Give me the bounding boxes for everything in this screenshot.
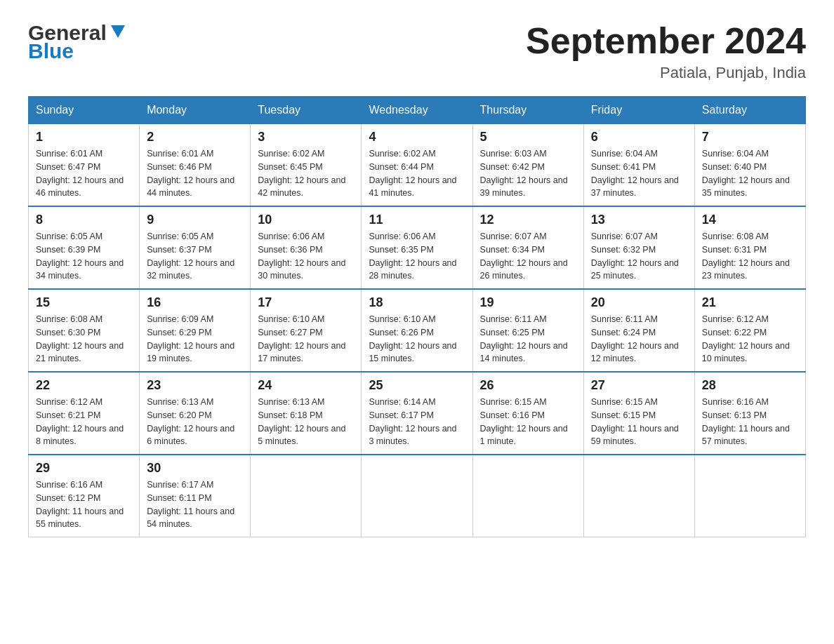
calendar-cell: 13Sunrise: 6:07 AMSunset: 6:32 PMDayligh… [583, 206, 694, 289]
day-info: Sunrise: 6:06 AMSunset: 6:35 PMDaylight:… [369, 230, 465, 283]
calendar-cell: 23Sunrise: 6:13 AMSunset: 6:20 PMDayligh… [140, 372, 251, 455]
day-number: 11 [369, 213, 465, 227]
day-info: Sunrise: 6:07 AMSunset: 6:32 PMDaylight:… [591, 230, 687, 283]
calendar-cell: 16Sunrise: 6:09 AMSunset: 6:29 PMDayligh… [140, 289, 251, 372]
day-number: 24 [258, 378, 354, 393]
day-number: 14 [702, 213, 798, 227]
logo-triangle-icon [108, 21, 128, 41]
day-number: 19 [480, 295, 576, 310]
calendar-cell: 20Sunrise: 6:11 AMSunset: 6:24 PMDayligh… [583, 289, 694, 372]
calendar-table: Sunday Monday Tuesday Wednesday Thursday… [28, 96, 806, 537]
header-saturday: Saturday [694, 97, 805, 124]
calendar-cell [472, 455, 583, 537]
calendar-header-row: Sunday Monday Tuesday Wednesday Thursday… [29, 97, 806, 124]
day-number: 21 [702, 295, 798, 310]
day-number: 16 [147, 295, 243, 310]
day-number: 2 [147, 130, 243, 145]
day-number: 5 [480, 130, 576, 145]
day-info: Sunrise: 6:09 AMSunset: 6:29 PMDaylight:… [147, 313, 243, 365]
calendar-cell: 9Sunrise: 6:05 AMSunset: 6:37 PMDaylight… [140, 206, 251, 289]
day-info: Sunrise: 6:04 AMSunset: 6:41 PMDaylight:… [591, 147, 687, 200]
calendar-cell: 12Sunrise: 6:07 AMSunset: 6:34 PMDayligh… [472, 206, 583, 289]
calendar-cell: 24Sunrise: 6:13 AMSunset: 6:18 PMDayligh… [251, 372, 362, 455]
calendar-cell: 4Sunrise: 6:02 AMSunset: 6:44 PMDaylight… [362, 124, 472, 207]
day-info: Sunrise: 6:13 AMSunset: 6:20 PMDaylight:… [147, 396, 243, 448]
calendar-cell: 29Sunrise: 6:16 AMSunset: 6:12 PMDayligh… [29, 455, 140, 537]
header-monday: Monday [140, 97, 251, 124]
day-number: 17 [258, 295, 354, 310]
day-info: Sunrise: 6:12 AMSunset: 6:21 PMDaylight:… [36, 396, 132, 448]
header-wednesday: Wednesday [362, 97, 472, 124]
day-info: Sunrise: 6:05 AMSunset: 6:37 PMDaylight:… [147, 230, 243, 283]
day-number: 9 [147, 213, 243, 227]
day-info: Sunrise: 6:07 AMSunset: 6:34 PMDaylight:… [480, 230, 576, 283]
day-number: 6 [591, 130, 687, 145]
day-info: Sunrise: 6:14 AMSunset: 6:17 PMDaylight:… [369, 396, 465, 448]
day-info: Sunrise: 6:06 AMSunset: 6:36 PMDaylight:… [258, 230, 354, 283]
day-info: Sunrise: 6:05 AMSunset: 6:39 PMDaylight:… [36, 230, 132, 283]
day-number: 13 [591, 213, 687, 227]
calendar-cell: 30Sunrise: 6:17 AMSunset: 6:11 PMDayligh… [140, 455, 251, 537]
calendar-week-5: 29Sunrise: 6:16 AMSunset: 6:12 PMDayligh… [29, 455, 806, 537]
day-info: Sunrise: 6:01 AMSunset: 6:46 PMDaylight:… [147, 147, 243, 200]
day-info: Sunrise: 6:02 AMSunset: 6:45 PMDaylight:… [258, 147, 354, 200]
day-info: Sunrise: 6:15 AMSunset: 6:16 PMDaylight:… [480, 396, 576, 448]
day-number: 3 [258, 130, 354, 145]
header-tuesday: Tuesday [251, 97, 362, 124]
day-number: 10 [258, 213, 354, 227]
calendar-week-2: 8Sunrise: 6:05 AMSunset: 6:39 PMDaylight… [29, 206, 806, 289]
calendar-cell: 28Sunrise: 6:16 AMSunset: 6:13 PMDayligh… [694, 372, 805, 455]
day-number: 26 [480, 378, 576, 393]
calendar-cell [251, 455, 362, 537]
month-title: September 2024 [526, 21, 806, 61]
day-info: Sunrise: 6:13 AMSunset: 6:18 PMDaylight:… [258, 396, 354, 448]
day-number: 22 [36, 378, 132, 393]
day-number: 1 [36, 130, 132, 145]
calendar-cell: 18Sunrise: 6:10 AMSunset: 6:26 PMDayligh… [362, 289, 472, 372]
calendar-cell: 25Sunrise: 6:14 AMSunset: 6:17 PMDayligh… [362, 372, 472, 455]
calendar-cell: 27Sunrise: 6:15 AMSunset: 6:15 PMDayligh… [583, 372, 694, 455]
day-number: 23 [147, 378, 243, 393]
calendar-cell: 26Sunrise: 6:15 AMSunset: 6:16 PMDayligh… [472, 372, 583, 455]
calendar-cell: 15Sunrise: 6:08 AMSunset: 6:30 PMDayligh… [29, 289, 140, 372]
calendar-cell: 3Sunrise: 6:02 AMSunset: 6:45 PMDaylight… [251, 124, 362, 207]
day-number: 27 [591, 378, 687, 393]
day-number: 28 [702, 378, 798, 393]
calendar-cell: 22Sunrise: 6:12 AMSunset: 6:21 PMDayligh… [29, 372, 140, 455]
day-info: Sunrise: 6:15 AMSunset: 6:15 PMDaylight:… [591, 396, 687, 448]
calendar-cell: 5Sunrise: 6:03 AMSunset: 6:42 PMDaylight… [472, 124, 583, 207]
calendar-cell [694, 455, 805, 537]
day-number: 18 [369, 295, 465, 310]
logo: General Blue [28, 21, 128, 63]
calendar-cell: 6Sunrise: 6:04 AMSunset: 6:41 PMDaylight… [583, 124, 694, 207]
calendar-cell: 21Sunrise: 6:12 AMSunset: 6:22 PMDayligh… [694, 289, 805, 372]
day-info: Sunrise: 6:08 AMSunset: 6:30 PMDaylight:… [36, 313, 132, 365]
day-number: 7 [702, 130, 798, 145]
calendar-cell: 19Sunrise: 6:11 AMSunset: 6:25 PMDayligh… [472, 289, 583, 372]
day-info: Sunrise: 6:08 AMSunset: 6:31 PMDaylight:… [702, 230, 798, 283]
day-info: Sunrise: 6:04 AMSunset: 6:40 PMDaylight:… [702, 147, 798, 200]
day-info: Sunrise: 6:17 AMSunset: 6:11 PMDaylight:… [147, 478, 243, 531]
day-number: 30 [147, 461, 243, 476]
day-number: 29 [36, 461, 132, 476]
header-thursday: Thursday [472, 97, 583, 124]
calendar-cell: 7Sunrise: 6:04 AMSunset: 6:40 PMDaylight… [694, 124, 805, 207]
calendar-week-3: 15Sunrise: 6:08 AMSunset: 6:30 PMDayligh… [29, 289, 806, 372]
day-info: Sunrise: 6:11 AMSunset: 6:24 PMDaylight:… [591, 313, 687, 365]
calendar-cell: 1Sunrise: 6:01 AMSunset: 6:47 PMDaylight… [29, 124, 140, 207]
day-number: 15 [36, 295, 132, 310]
calendar-cell: 2Sunrise: 6:01 AMSunset: 6:46 PMDaylight… [140, 124, 251, 207]
day-info: Sunrise: 6:10 AMSunset: 6:27 PMDaylight:… [258, 313, 354, 365]
day-number: 12 [480, 213, 576, 227]
calendar-cell: 8Sunrise: 6:05 AMSunset: 6:39 PMDaylight… [29, 206, 140, 289]
calendar-cell: 10Sunrise: 6:06 AMSunset: 6:36 PMDayligh… [251, 206, 362, 289]
day-number: 4 [369, 130, 465, 145]
svg-marker-0 [111, 25, 125, 38]
day-number: 8 [36, 213, 132, 227]
page-header: General Blue September 2024 Patiala, Pun… [28, 21, 806, 82]
calendar-cell [362, 455, 472, 537]
day-info: Sunrise: 6:10 AMSunset: 6:26 PMDaylight:… [369, 313, 465, 365]
day-info: Sunrise: 6:03 AMSunset: 6:42 PMDaylight:… [480, 147, 576, 200]
day-number: 20 [591, 295, 687, 310]
calendar-week-1: 1Sunrise: 6:01 AMSunset: 6:47 PMDaylight… [29, 124, 806, 207]
